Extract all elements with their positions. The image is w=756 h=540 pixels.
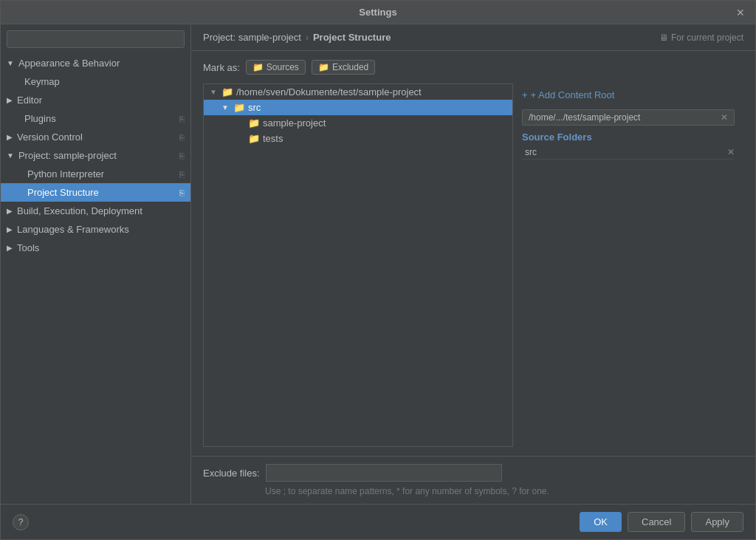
- chevron-down-icon2: ▼: [7, 151, 14, 160]
- exclude-label: Exclude files:: [203, 468, 260, 479]
- tree-tests[interactable]: 📁 tests: [204, 131, 512, 146]
- plus-icon: +: [522, 89, 528, 100]
- hint-text: Use ; to separate name patterns, * for a…: [203, 486, 743, 496]
- file-tree: ▼ 📁 /home/sven/Dokumente/test/sample-pro…: [203, 83, 513, 447]
- exclude-row: Exclude files:: [203, 464, 743, 482]
- sidebar-item-editor[interactable]: ▶ Editor: [1, 91, 190, 109]
- remove-src-button[interactable]: ✕: [727, 147, 735, 157]
- folder-orange-icon: 📁: [318, 62, 329, 72]
- add-content-root-button[interactable]: + + Add Content Root: [522, 89, 735, 100]
- sidebar-item-project-structure[interactable]: Project Structure ⎘: [1, 183, 190, 202]
- chevron-right-icon3: ▶: [7, 207, 13, 215]
- copy-icon4: ⎘: [179, 170, 185, 179]
- folder-src-icon: 📁: [233, 102, 245, 113]
- close-button[interactable]: ✕: [733, 5, 748, 20]
- breadcrumb-current: Project Structure: [313, 32, 391, 43]
- exclude-input[interactable]: [266, 464, 502, 482]
- chevron-right-icon4: ▶: [7, 225, 13, 233]
- dialog-title: Settings: [359, 7, 396, 18]
- breadcrumb-arrow: ›: [306, 33, 309, 43]
- content-root-path: /home/.../test/sample-project: [529, 112, 640, 123]
- copy-icon3: ⎘: [179, 151, 185, 160]
- folder-root-icon: 📁: [221, 86, 233, 98]
- panels-row: ▼ 📁 /home/sven/Dokumente/test/sample-pro…: [203, 83, 743, 447]
- chevron-right-icon: ▶: [7, 96, 13, 104]
- excluded-button[interactable]: 📁 Excluded: [312, 60, 375, 75]
- monitor-icon: 🖥: [659, 33, 668, 43]
- search-input[interactable]: [7, 30, 185, 48]
- help-button[interactable]: ?: [13, 514, 29, 530]
- bottom-section: Exclude files: Use ; to separate name pa…: [191, 456, 755, 504]
- tree-expand-tests: [236, 134, 245, 143]
- sidebar-item-plugins[interactable]: Plugins ⎘: [1, 109, 190, 128]
- footer-left: ?: [13, 514, 29, 530]
- sidebar-item-appearance[interactable]: ▼ Appearance & Behavior: [1, 54, 190, 72]
- info-panel: + + Add Content Root /home/.../test/samp…: [513, 83, 743, 447]
- copy-icon5: ⎘: [179, 188, 185, 197]
- chevron-right-icon5: ▶: [7, 244, 13, 252]
- tree-src[interactable]: ▼ 📁 src: [204, 100, 512, 115]
- breadcrumb-project[interactable]: Project: sample-project: [203, 32, 301, 43]
- tree-expand-root: ▼: [210, 88, 219, 96]
- title-bar: Settings ✕: [1, 1, 755, 24]
- source-folders-label: Source Folders: [522, 131, 735, 143]
- mark-as-label: Mark as:: [203, 62, 240, 73]
- sidebar: ▼ Appearance & Behavior Keymap ▶ Editor …: [1, 24, 191, 504]
- sidebar-item-python-interpreter[interactable]: Python Interpreter ⎘: [1, 165, 190, 183]
- folder-tests-icon: 📁: [248, 133, 260, 144]
- apply-button[interactable]: Apply: [691, 512, 743, 532]
- content-area: ▼ Appearance & Behavior Keymap ▶ Editor …: [1, 24, 755, 504]
- settings-dialog: Settings ✕ ▼ Appearance & Behavior Keyma…: [0, 0, 756, 540]
- tree-expand-sample: [236, 119, 245, 127]
- chevron-right-icon2: ▶: [7, 133, 13, 141]
- main-panel: Project: sample-project › Project Struct…: [191, 24, 755, 504]
- chevron-down-icon: ▼: [7, 59, 14, 67]
- sidebar-item-keymap[interactable]: Keymap: [1, 72, 190, 91]
- sidebar-item-tools[interactable]: ▶ Tools: [1, 239, 190, 257]
- copy-icon2: ⎘: [179, 133, 185, 142]
- remove-content-root-button[interactable]: ✕: [721, 112, 728, 123]
- cancel-button[interactable]: Cancel: [628, 512, 685, 532]
- copy-icon: ⎘: [179, 115, 185, 123]
- ok-button[interactable]: OK: [580, 512, 622, 532]
- sidebar-item-build[interactable]: ▶ Build, Execution, Deployment: [1, 202, 190, 220]
- source-entry-src: src ✕: [522, 146, 735, 160]
- breadcrumb: Project: sample-project › Project Struct…: [191, 24, 755, 51]
- mark-as-row: Mark as: 📁 Sources 📁 Excluded: [203, 60, 743, 75]
- panel-body: Mark as: 📁 Sources 📁 Excluded: [191, 51, 755, 456]
- tree-root[interactable]: ▼ 📁 /home/sven/Dokumente/test/sample-pro…: [204, 84, 512, 100]
- tree-sample-project[interactable]: 📁 sample-project: [204, 115, 512, 131]
- for-current-project: 🖥 For current project: [659, 33, 743, 43]
- sidebar-item-version-control[interactable]: ▶ Version Control ⎘: [1, 128, 190, 146]
- footer: ? OK Cancel Apply: [1, 504, 755, 539]
- folder-sample-icon: 📁: [248, 117, 260, 129]
- sidebar-item-languages[interactable]: ▶ Languages & Frameworks: [1, 220, 190, 239]
- content-root-entry: /home/.../test/sample-project ✕: [522, 109, 735, 126]
- sidebar-item-project[interactable]: ▼ Project: sample-project ⎘: [1, 146, 190, 165]
- tree-expand-src: ▼: [221, 103, 230, 112]
- sources-button[interactable]: 📁 Sources: [246, 60, 306, 75]
- folder-blue-icon: 📁: [252, 62, 264, 72]
